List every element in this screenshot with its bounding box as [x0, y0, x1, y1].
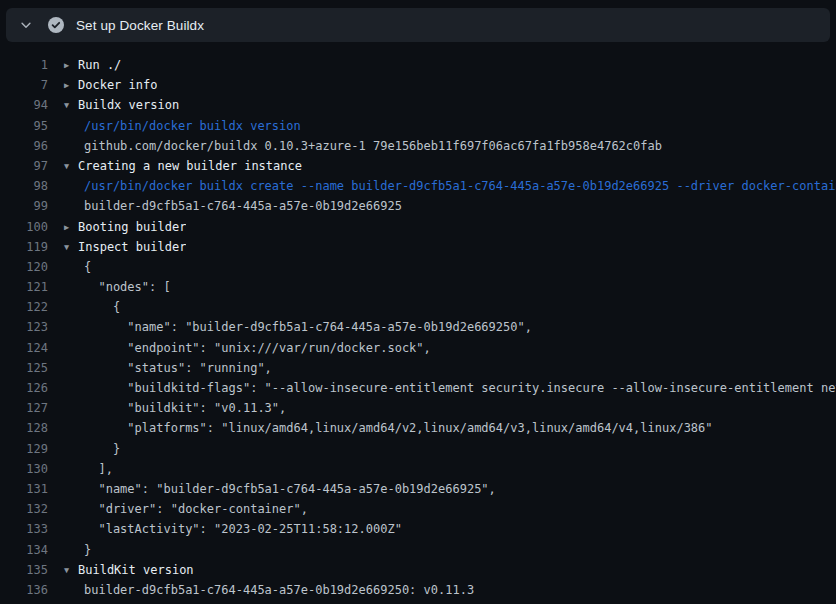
- output-text: }: [78, 439, 120, 459]
- line-number[interactable]: 1: [0, 55, 48, 75]
- group-title: Creating a new builder instance: [78, 156, 302, 176]
- output-text: "name": "builder-d9cfb5a1-c764-445a-a57e…: [78, 479, 496, 499]
- output-text: {: [78, 297, 120, 317]
- chevron-down-icon[interactable]: [18, 17, 34, 33]
- log-line: 132 "driver": "docker-container",: [0, 499, 836, 519]
- line-number[interactable]: 133: [0, 519, 48, 539]
- group-collapsed-icon[interactable]: ▶: [64, 217, 78, 237]
- group-expanded-icon[interactable]: ▼: [64, 237, 78, 257]
- group-title: BuildKit version: [78, 560, 194, 580]
- output-text: builder-d9cfb5a1-c764-445a-a57e-0b19d2e6…: [78, 580, 474, 600]
- log-line: 120{: [0, 257, 836, 277]
- log-line: 121 "nodes": [: [0, 277, 836, 297]
- output-text: "endpoint": "unix:///var/run/docker.sock…: [78, 338, 431, 358]
- group-collapsed-icon[interactable]: ▶: [64, 55, 78, 75]
- line-number[interactable]: 125: [0, 358, 48, 378]
- group-expanded-icon[interactable]: ▼: [64, 560, 78, 580]
- output-text: "lastActivity": "2023-02-25T11:58:12.000…: [78, 519, 402, 539]
- log-group-row[interactable]: 135▼BuildKit version: [0, 560, 836, 580]
- line-number[interactable]: 97: [0, 156, 48, 176]
- line-number[interactable]: 124: [0, 338, 48, 358]
- log-line: 134}: [0, 540, 836, 560]
- line-number[interactable]: 123: [0, 317, 48, 337]
- log-line: 130 ],: [0, 459, 836, 479]
- output-text: github.com/docker/buildx 0.10.3+azure-1 …: [78, 136, 662, 156]
- group-title: Docker info: [78, 75, 157, 95]
- log-group-row[interactable]: 97▼Creating a new builder instance: [0, 156, 836, 176]
- log-group-row[interactable]: 94▼Buildx version: [0, 95, 836, 115]
- log-line: 128 "platforms": "linux/amd64,linux/amd6…: [0, 418, 836, 438]
- line-number[interactable]: 96: [0, 136, 48, 156]
- output-text: {: [78, 257, 91, 277]
- log-line: 127 "buildkit": "v0.11.3",: [0, 398, 836, 418]
- log-line: 136builder-d9cfb5a1-c764-445a-a57e-0b19d…: [0, 580, 836, 600]
- output-text: "name": "builder-d9cfb5a1-c764-445a-a57e…: [78, 317, 532, 337]
- output-text: "driver": "docker-container",: [78, 499, 308, 519]
- command-text: /usr/bin/docker buildx version: [78, 116, 301, 136]
- log-group-row[interactable]: 1▶Run ./: [0, 55, 836, 75]
- log-group-row[interactable]: 100▶Booting builder: [0, 217, 836, 237]
- log-line: 122 {: [0, 297, 836, 317]
- line-number[interactable]: 131: [0, 479, 48, 499]
- line-number[interactable]: 7: [0, 75, 48, 95]
- log-line: 96github.com/docker/buildx 0.10.3+azure-…: [0, 136, 836, 156]
- group-title: Inspect builder: [78, 237, 186, 257]
- step-title: Set up Docker Buildx: [76, 18, 204, 33]
- line-number[interactable]: 126: [0, 378, 48, 398]
- log-line: 123 "name": "builder-d9cfb5a1-c764-445a-…: [0, 317, 836, 337]
- line-number[interactable]: 119: [0, 237, 48, 257]
- log-container: 1▶Run ./7▶Docker info94▼Buildx version95…: [0, 42, 836, 600]
- output-text: }: [78, 540, 91, 560]
- line-number[interactable]: 98: [0, 176, 48, 196]
- group-title: Booting builder: [78, 217, 186, 237]
- line-number[interactable]: 122: [0, 297, 48, 317]
- check-circle-icon: [48, 17, 64, 33]
- line-number[interactable]: 134: [0, 540, 48, 560]
- log-line: 95/usr/bin/docker buildx version: [0, 116, 836, 136]
- log-group-row[interactable]: 119▼Inspect builder: [0, 237, 836, 257]
- line-number[interactable]: 127: [0, 398, 48, 418]
- line-number[interactable]: 128: [0, 418, 48, 438]
- log-line: 133 "lastActivity": "2023-02-25T11:58:12…: [0, 519, 836, 539]
- log-group-row[interactable]: 7▶Docker info: [0, 75, 836, 95]
- group-title: Run ./: [78, 55, 121, 75]
- line-number[interactable]: 132: [0, 499, 48, 519]
- line-number[interactable]: 95: [0, 116, 48, 136]
- output-text: builder-d9cfb5a1-c764-445a-a57e-0b19d2e6…: [78, 196, 402, 216]
- output-text: "nodes": [: [78, 277, 171, 297]
- log-line: 99builder-d9cfb5a1-c764-445a-a57e-0b19d2…: [0, 196, 836, 216]
- line-number[interactable]: 136: [0, 580, 48, 600]
- group-expanded-icon[interactable]: ▼: [64, 156, 78, 176]
- log-line: 125 "status": "running",: [0, 358, 836, 378]
- command-text: /usr/bin/docker buildx create --name bui…: [78, 176, 836, 196]
- log-line: 126 "buildkitd-flags": "--allow-insecure…: [0, 378, 836, 398]
- line-number[interactable]: 100: [0, 217, 48, 237]
- line-number[interactable]: 129: [0, 439, 48, 459]
- output-text: ],: [78, 459, 113, 479]
- line-number[interactable]: 135: [0, 560, 48, 580]
- output-text: "status": "running",: [78, 358, 272, 378]
- line-number[interactable]: 99: [0, 196, 48, 216]
- line-number[interactable]: 130: [0, 459, 48, 479]
- log-line: 98/usr/bin/docker buildx create --name b…: [0, 176, 836, 196]
- line-number[interactable]: 120: [0, 257, 48, 277]
- log-line: 131 "name": "builder-d9cfb5a1-c764-445a-…: [0, 479, 836, 499]
- group-title: Buildx version: [78, 95, 179, 115]
- group-expanded-icon[interactable]: ▼: [64, 95, 78, 115]
- log-line: 124 "endpoint": "unix:///var/run/docker.…: [0, 338, 836, 358]
- log-line: 129 }: [0, 439, 836, 459]
- group-collapsed-icon[interactable]: ▶: [64, 75, 78, 95]
- step-header[interactable]: Set up Docker Buildx: [6, 8, 830, 42]
- line-number[interactable]: 121: [0, 277, 48, 297]
- line-number[interactable]: 94: [0, 95, 48, 115]
- output-text: "platforms": "linux/amd64,linux/amd64/v2…: [78, 418, 713, 438]
- output-text: "buildkitd-flags": "--allow-insecure-ent…: [78, 378, 836, 398]
- output-text: "buildkit": "v0.11.3",: [78, 398, 286, 418]
